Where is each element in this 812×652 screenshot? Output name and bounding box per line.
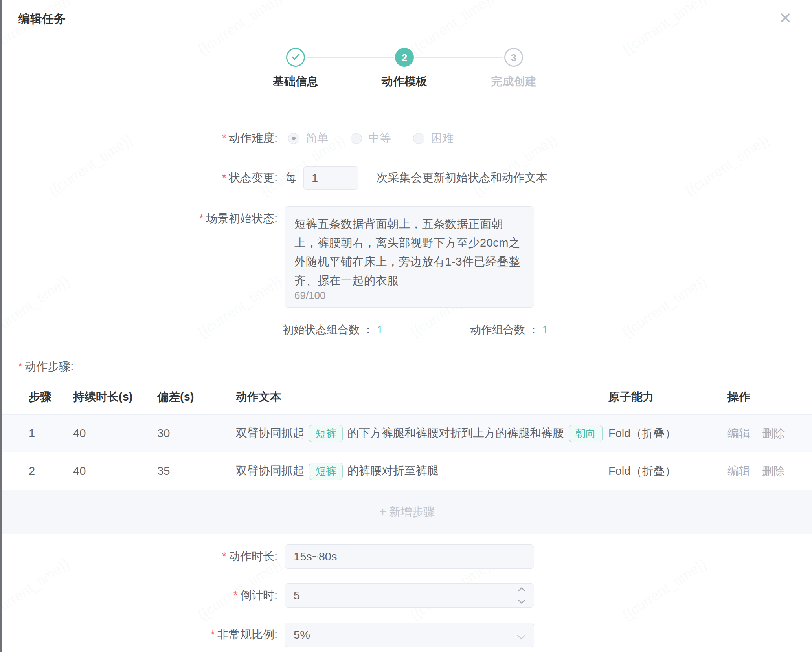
check-icon (292, 52, 299, 60)
radio-medium[interactable]: 中等 (351, 130, 391, 146)
countdown-value: 5 (294, 589, 300, 602)
step-active-circle: 2 (395, 48, 414, 67)
action-text-segment: 的下方裤腿和裤腰对折到上方的裤腿和裤腰 (347, 426, 564, 439)
action-steps-section-label: *动作步骤: (18, 359, 73, 375)
duration-cell: 40 (73, 427, 157, 440)
spinner-decrease-button[interactable] (509, 595, 534, 607)
step-finish-create: 3 完成创建 (470, 48, 557, 90)
initial-combo-label: 初始状态组合数 ： (283, 324, 374, 336)
step-action-template: 2 动作模板 (361, 48, 448, 90)
step-number-cell: 1 (29, 427, 73, 440)
action-combo-stat: 动作组合数 ：1 (470, 322, 548, 337)
countdown-input[interactable]: 5 (285, 583, 534, 608)
countdown-row: *倒计时: 5 (2, 583, 812, 608)
edit-task-dialog: {{current_time}}{{current_time}}{{curren… (2, 0, 812, 652)
table-row: 1 40 30 双臂协同抓起短裤的下方裤腿和裤腰对折到上方的裤腿和裤腰朝向 Fo… (2, 415, 812, 452)
header-duration: 持续时长(s) (73, 389, 157, 405)
edit-link[interactable]: 编辑 (727, 463, 750, 479)
required-asterisk: * (222, 171, 226, 184)
chevron-down-icon (518, 597, 525, 604)
initial-combo-stat: 初始状态组合数 ：1 (283, 322, 383, 337)
radio-hard[interactable]: 困难 (413, 130, 454, 146)
add-step-band: + 新增步骤 (2, 490, 812, 534)
step-done-circle (286, 48, 305, 67)
scene-initial-state-row: *场景初始状态: 短裤五条数据背面朝上，五条数据正面朝上，裤腰朝右，离头部视野下… (2, 206, 812, 308)
action-duration-row: *动作时长: 15s~80s (2, 544, 812, 569)
combos-row: 初始状态组合数 ：1 动作组合数 ：1 (2, 323, 812, 337)
spinner-increase-button[interactable] (509, 584, 534, 595)
action-text-cell: 双臂协同抓起短裤的裤腰对折至裤腿 (236, 463, 608, 480)
step-basic-info: 基础信息 (252, 48, 339, 90)
char-counter: 69/100 (294, 289, 326, 302)
radio-label: 简单 (306, 130, 329, 146)
state-change-label: *状态变更: (2, 170, 277, 186)
initial-combo-value: 1 (377, 324, 383, 336)
dialog-title: 编辑任务 (18, 11, 66, 27)
radio-label: 困难 (431, 130, 454, 146)
action-text-segment: 双臂协同抓起 (236, 426, 304, 439)
chevron-down-icon (517, 631, 525, 639)
dialog-header: 编辑任务 ✕ (2, 0, 812, 37)
duration-value: 15s~80s (294, 550, 337, 563)
unusual-ratio-label: *非常规比例: (2, 627, 277, 643)
required-asterisk: * (211, 628, 215, 641)
ability-cell: Fold（折叠） (608, 463, 727, 479)
step-number-cell: 2 (29, 465, 73, 478)
required-asterisk: * (18, 360, 22, 373)
radio-easy[interactable]: 简单 (288, 130, 329, 146)
unusual-ratio-value: 5% (294, 628, 310, 641)
item-tag: 朝向 (569, 425, 603, 442)
table-row: 2 40 35 双臂协同抓起短裤的裤腰对折至裤腿 Fold（折叠） 编辑删除 (2, 452, 812, 490)
item-tag: 短裤 (309, 425, 343, 442)
state-change-prefix: 每 (285, 170, 297, 186)
row-operations-cell: 编辑删除 (727, 463, 812, 479)
add-step-button[interactable]: + 新增步骤 (380, 504, 435, 520)
ability-cell: Fold（折叠） (608, 426, 727, 441)
action-steps-table: 步骤 持续时长(s) 偏差(s) 动作文本 原子能力 操作 1 40 30 双臂… (2, 379, 812, 534)
difficulty-radio-group: 简单 中等 困难 (288, 130, 454, 146)
table-header-row: 步骤 持续时长(s) 偏差(s) 动作文本 原子能力 操作 (2, 379, 812, 415)
step-label: 基础信息 (252, 74, 339, 90)
difficulty-row: *动作难度: 简单 中等 困难 (2, 130, 812, 147)
duration-label: *动作时长: (2, 549, 277, 564)
scene-state-textarea[interactable]: 短裤五条数据背面朝上，五条数据正面朝上，裤腰朝右，离头部视野下方至少20cm之外… (285, 206, 534, 308)
radio-unchecked-icon (413, 133, 424, 144)
difficulty-label: *动作难度: (2, 130, 277, 146)
header-action-text: 动作文本 (236, 389, 608, 405)
edit-link[interactable]: 编辑 (727, 426, 750, 441)
duration-input[interactable]: 15s~80s (285, 544, 534, 569)
item-tag: 短裤 (309, 463, 343, 480)
delete-link[interactable]: 删除 (762, 426, 785, 441)
action-text-cell: 双臂协同抓起短裤的下方裤腿和裤腰对折到上方的裤腿和裤腰朝向 (236, 425, 608, 442)
state-change-suffix: 次采集会更新初始状态和动作文本 (377, 170, 547, 186)
deviation-cell: 35 (157, 465, 236, 478)
state-change-input[interactable]: 1 (303, 166, 358, 190)
radio-checked-icon (288, 133, 299, 144)
radio-unchecked-icon (351, 133, 362, 144)
duration-cell: 40 (73, 465, 157, 478)
countdown-label: *倒计时: (2, 588, 277, 603)
state-change-row: *状态变更: 每 1 次采集会更新初始状态和动作文本 (2, 166, 812, 190)
required-asterisk: * (233, 589, 238, 601)
step-label: 完成创建 (470, 74, 557, 90)
header-ability: 原子能力 (608, 389, 727, 405)
action-text-segment: 的裤腰对折至裤腿 (347, 464, 439, 476)
delete-link[interactable]: 删除 (762, 463, 785, 479)
radio-label: 中等 (368, 130, 391, 146)
number-spinner (509, 584, 534, 607)
chevron-up-icon (518, 587, 525, 594)
required-asterisk: * (222, 550, 226, 562)
action-combo-value: 1 (542, 324, 549, 336)
close-icon[interactable]: ✕ (777, 9, 794, 27)
action-combo-label: 动作组合数 ： (470, 324, 539, 336)
required-asterisk: * (222, 132, 226, 144)
scene-state-text: 短裤五条数据背面朝上，五条数据正面朝上，裤腰朝右，离头部视野下方至少20cm之外… (294, 214, 524, 290)
header-deviation: 偏差(s) (157, 389, 236, 405)
step-pending-circle: 3 (504, 48, 523, 67)
header-operations: 操作 (727, 389, 812, 405)
required-asterisk: * (199, 212, 204, 225)
unusual-ratio-select[interactable]: 5% (285, 623, 534, 647)
step-label: 动作模板 (361, 74, 448, 90)
unusual-ratio-row: *非常规比例: 5% (2, 623, 812, 647)
scene-state-label: *场景初始状态: (2, 206, 277, 227)
